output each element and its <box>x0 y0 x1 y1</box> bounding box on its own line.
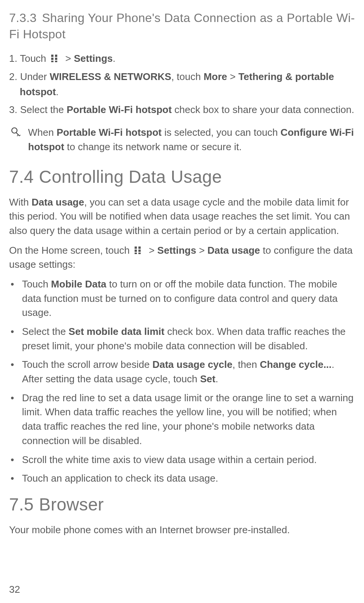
bullet-icon: • <box>9 391 22 448</box>
apps-grid-icon <box>50 54 60 63</box>
section-7-4-para-2: On the Home screen, touch > Settings > D… <box>9 243 355 272</box>
list-item: • Select the Set mobile data limit check… <box>9 325 355 353</box>
svg-rect-9 <box>135 253 137 254</box>
svg-rect-12 <box>138 253 141 254</box>
list-item: • Touch the scroll arrow beside Data usa… <box>9 358 355 386</box>
bullet-icon: • <box>9 358 22 386</box>
svg-rect-8 <box>135 250 137 252</box>
bullet-list-7-4: • Touch Mobile Data to turn on or off th… <box>9 277 355 486</box>
list-item: • Drag the red line to set a data usage … <box>9 391 355 448</box>
list-item: • Touch an application to check its data… <box>9 471 355 486</box>
svg-rect-7 <box>135 247 137 249</box>
heading-number: 7.4 <box>9 167 34 187</box>
heading-number: 7.3.3 <box>9 11 37 25</box>
bullet-icon: • <box>9 277 22 320</box>
heading-text: Controlling Data Usage <box>39 167 222 187</box>
bullet-icon: • <box>9 453 22 467</box>
svg-rect-3 <box>55 55 57 57</box>
note-text: When Portable Wi-Fi hotspot is selected,… <box>28 126 355 154</box>
section-7-5-heading: 7.5Browser <box>9 494 355 515</box>
step-3: 3. Select the Portable Wi-Fi hotspot che… <box>9 103 355 117</box>
svg-rect-0 <box>51 55 53 57</box>
note-row: When Portable Wi-Fi hotspot is selected,… <box>9 126 355 154</box>
bullet-icon: • <box>9 325 22 353</box>
svg-rect-10 <box>138 247 141 249</box>
steps-list-7-3-3: 1. Touch > Settings. 2. Under WIRELESS &… <box>9 52 355 117</box>
section-7-3-3-heading: 7.3.3Sharing Your Phone's Data Connectio… <box>9 10 355 42</box>
apps-grid-icon <box>134 246 143 255</box>
svg-rect-4 <box>55 58 57 60</box>
heading-number: 7.5 <box>9 495 34 514</box>
list-item: • Touch Mobile Data to turn on or off th… <box>9 277 355 320</box>
svg-rect-11 <box>138 250 141 252</box>
section-7-4-para-1: With Data usage, you can set a data usag… <box>9 195 355 238</box>
svg-rect-5 <box>55 61 57 62</box>
svg-rect-1 <box>51 58 53 60</box>
bullet-icon: • <box>9 471 22 486</box>
svg-rect-2 <box>51 61 53 62</box>
page-number: 32 <box>9 584 20 595</box>
list-item: • Scroll the white time axis to view dat… <box>9 453 355 467</box>
step-1: 1. Touch > Settings. <box>9 52 355 66</box>
heading-text: Sharing Your Phone's Data Connection as … <box>9 11 355 41</box>
heading-text: Browser <box>39 495 104 514</box>
section-7-5-para-1: Your mobile phone comes with an Internet… <box>9 523 355 537</box>
step-2: 2. Under WIRELESS & NETWORKS, touch More… <box>9 70 355 99</box>
section-7-4-heading: 7.4Controlling Data Usage <box>9 166 355 187</box>
tip-icon <box>11 127 21 139</box>
svg-point-6 <box>12 128 17 133</box>
